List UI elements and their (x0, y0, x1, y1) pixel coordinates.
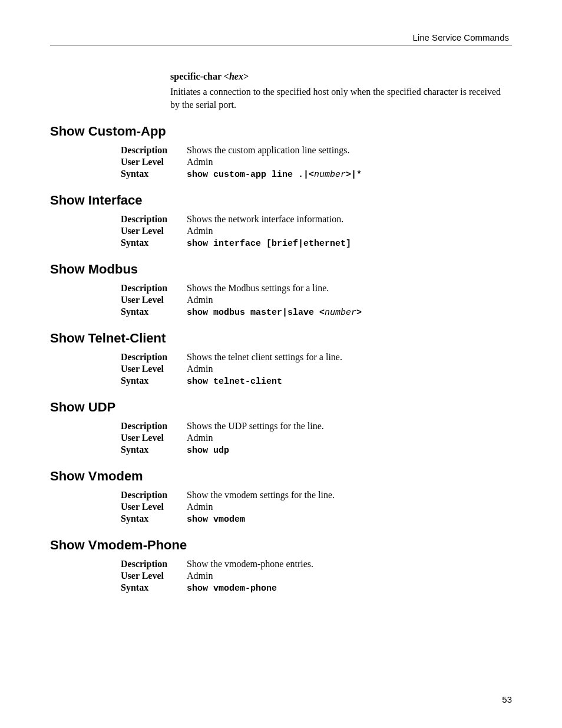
syntax-mono-ital: number (325, 308, 356, 318)
description-value: Shows the telnet client settings for a l… (187, 352, 342, 363)
syntax-row: Syntaxshow udp (121, 444, 512, 456)
command-block: DescriptionShows the network interface i… (121, 214, 512, 249)
description-value: Show the vmodem-phone entries. (187, 559, 313, 569)
description-label: Description (121, 490, 187, 500)
section-heading: Show Vmodem-Phone (50, 538, 512, 553)
syntax-label: Syntax (121, 444, 187, 456)
syntax-mono-ital: number (314, 170, 346, 180)
user-level-label: User Level (121, 364, 187, 374)
syntax-row: Syntaxshow interface [brief|ethernet] (121, 238, 512, 249)
syntax-mono-pre: show modbus master|slave < (187, 308, 325, 318)
section-heading: Show Telnet-Client (50, 331, 512, 346)
syntax-mono-pre: show udp (187, 446, 229, 456)
syntax-mono-pre: show custom-app line .|< (187, 170, 314, 180)
syntax-label: Syntax (121, 238, 187, 249)
syntax-row: Syntaxshow custom-app line .|<number>|* (121, 169, 512, 180)
description-row: DescriptionShows the telnet client setti… (121, 352, 512, 363)
user-level-row: User LevelAdmin (121, 502, 512, 512)
syntax-value: show telnet-client (187, 375, 282, 387)
syntax-mono-post: > (356, 308, 362, 318)
command-block: DescriptionShows the UDP settings for th… (121, 421, 512, 456)
syntax-row: Syntaxshow vmodem (121, 513, 512, 525)
syntax-value: show udp (187, 444, 229, 456)
user-level-value: Admin (187, 364, 213, 374)
user-level-row: User LevelAdmin (121, 226, 512, 236)
user-level-label: User Level (121, 157, 187, 167)
description-label: Description (121, 352, 187, 363)
syntax-value: show vmodem-phone (187, 582, 277, 594)
syntax-label: Syntax (121, 169, 187, 180)
description-label: Description (121, 214, 187, 225)
user-level-label: User Level (121, 295, 187, 305)
running-header: Line Service Commands (50, 32, 512, 42)
section-heading: Show Modbus (50, 262, 512, 277)
user-level-row: User LevelAdmin (121, 433, 512, 443)
description-row: DescriptionShows the UDP settings for th… (121, 421, 512, 431)
section-heading: Show Vmodem (50, 469, 512, 484)
description-row: DescriptionShow the vmodem settings for … (121, 490, 512, 500)
intro-title-italic: hex (229, 71, 243, 81)
syntax-row: Syntaxshow vmodem-phone (121, 582, 512, 594)
user-level-value: Admin (187, 157, 213, 167)
description-row: DescriptionShows the Modbus settings for… (121, 283, 512, 294)
syntax-value: show custom-app line .|<number>|* (187, 169, 362, 180)
user-level-label: User Level (121, 226, 187, 236)
user-level-row: User LevelAdmin (121, 295, 512, 305)
page-number: 53 (502, 694, 512, 704)
page-container: Line Service Commands specific-char <hex… (0, 0, 562, 728)
syntax-value: show modbus master|slave <number> (187, 307, 362, 318)
description-row: DescriptionShows the network interface i… (121, 214, 512, 225)
user-level-value: Admin (187, 571, 213, 581)
intro-option-block: specific-char <hex> Initiates a connecti… (170, 71, 512, 111)
syntax-label: Syntax (121, 375, 187, 387)
syntax-row: Syntaxshow telnet-client (121, 375, 512, 387)
command-block: DescriptionShows the Modbus settings for… (121, 283, 512, 318)
syntax-mono-post: >|* (346, 170, 362, 180)
user-level-value: Admin (187, 226, 213, 236)
description-row: DescriptionShow the vmodem-phone entries… (121, 559, 512, 569)
user-level-label: User Level (121, 433, 187, 443)
syntax-label: Syntax (121, 307, 187, 318)
command-block: DescriptionShows the telnet client setti… (121, 352, 512, 387)
section-heading: Show Custom-App (50, 124, 512, 139)
syntax-mono-pre: show telnet-client (187, 377, 282, 387)
syntax-mono-pre: show interface [brief|ethernet] (187, 239, 351, 249)
description-label: Description (121, 145, 187, 156)
description-row: DescriptionShows the custom application … (121, 145, 512, 156)
description-value: Shows the Modbus settings for a line. (187, 283, 329, 294)
syntax-label: Syntax (121, 582, 187, 594)
user-level-value: Admin (187, 433, 213, 443)
syntax-value: show interface [brief|ethernet] (187, 238, 351, 249)
user-level-value: Admin (187, 502, 213, 512)
description-value: Shows the custom application line settin… (187, 145, 349, 156)
description-label: Description (121, 559, 187, 569)
intro-option-desc: Initiates a connection to the specified … (170, 85, 512, 111)
syntax-mono-pre: show vmodem (187, 515, 245, 525)
syntax-label: Syntax (121, 513, 187, 525)
command-block: DescriptionShow the vmodem-phone entries… (121, 559, 512, 594)
user-level-value: Admin (187, 295, 213, 305)
syntax-value: show vmodem (187, 513, 245, 525)
description-label: Description (121, 421, 187, 431)
user-level-label: User Level (121, 571, 187, 581)
user-level-row: User LevelAdmin (121, 571, 512, 581)
user-level-label: User Level (121, 502, 187, 512)
intro-option-title: specific-char <hex> (170, 71, 512, 82)
user-level-row: User LevelAdmin (121, 364, 512, 374)
intro-title-close: > (243, 71, 249, 81)
section-heading: Show Interface (50, 193, 512, 208)
user-level-row: User LevelAdmin (121, 157, 512, 167)
intro-title-bold: specific-char < (170, 71, 229, 81)
header-rule (50, 45, 512, 45)
command-block: DescriptionShows the custom application … (121, 145, 512, 180)
description-label: Description (121, 283, 187, 294)
description-value: Show the vmodem settings for the line. (187, 490, 335, 500)
description-value: Shows the network interface information. (187, 214, 343, 225)
description-value: Shows the UDP settings for the line. (187, 421, 324, 431)
command-block: DescriptionShow the vmodem settings for … (121, 490, 512, 525)
syntax-mono-pre: show vmodem-phone (187, 584, 277, 594)
section-heading: Show UDP (50, 400, 512, 415)
syntax-row: Syntaxshow modbus master|slave <number> (121, 307, 512, 318)
